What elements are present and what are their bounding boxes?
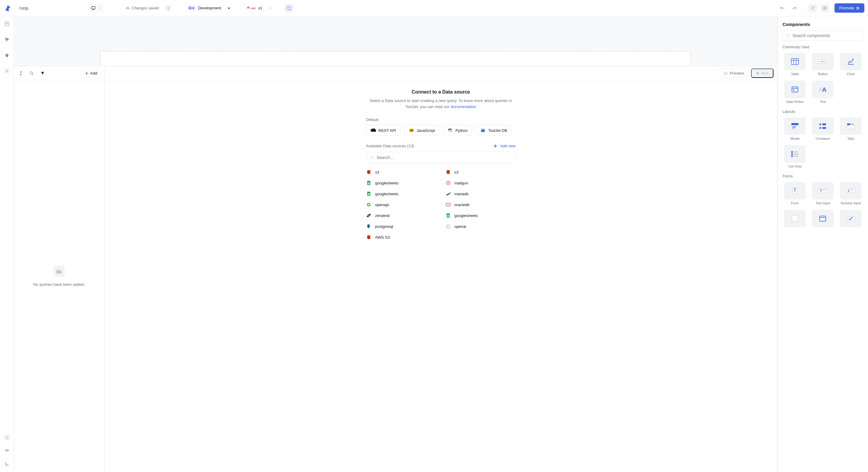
ds-item-s3[interactable]: s3 — [445, 169, 516, 175]
ds-item-postgresql[interactable]: postgresql — [366, 224, 436, 229]
ds-grid: s3s3googlesheetsmailgungooglesheetsmaria… — [366, 169, 516, 240]
component-form[interactable]: Form — [782, 182, 807, 205]
desktop-toggle[interactable] — [90, 5, 97, 11]
svg-line-43 — [788, 36, 789, 37]
filter-icon[interactable] — [39, 69, 46, 77]
add-query-button[interactable]: Add — [81, 69, 101, 77]
save-status: Changes saved — [126, 6, 159, 10]
default-label: Default — [366, 117, 516, 122]
svg-rect-67 — [851, 124, 854, 125]
svg-rect-73 — [794, 156, 798, 157]
svg-point-61 — [819, 124, 821, 125]
component-tabs[interactable]: Tabs — [838, 117, 863, 140]
debugger-icon[interactable] — [4, 52, 10, 59]
version-selector[interactable]: ver v1 — [246, 6, 272, 10]
svg-point-30 — [447, 182, 449, 183]
app-name[interactable]: runjs — [19, 6, 86, 10]
plus-icon — [85, 71, 89, 75]
promote-button[interactable]: Promote — [835, 3, 864, 13]
documentation-link[interactable]: documentation — [451, 104, 476, 109]
mobile-toggle[interactable] — [97, 4, 103, 11]
env-selector[interactable]: Env Development — [188, 6, 231, 10]
logo-icon[interactable] — [4, 4, 12, 12]
pages-icon[interactable] — [4, 21, 10, 27]
component-listview[interactable]: List View — [782, 145, 807, 168]
component-more2[interactable] — [810, 210, 835, 229]
component-more1[interactable] — [782, 210, 807, 229]
svg-line-11 — [5, 55, 6, 55]
svg-point-18 — [30, 71, 33, 74]
components-search[interactable] — [782, 31, 863, 41]
ds-item-mariadb[interactable]: mariadb — [445, 191, 516, 197]
play-icon — [756, 71, 760, 75]
chevron-down-icon — [227, 6, 231, 10]
canvas[interactable] — [14, 16, 777, 66]
ds-item-openapi[interactable]: openapi — [366, 202, 436, 207]
collapse-icon[interactable] — [17, 69, 25, 77]
svg-point-6 — [824, 7, 826, 9]
svg-rect-65 — [847, 125, 855, 129]
ds-default-js[interactable]: JSJavaScript — [404, 125, 439, 136]
svg-point-49 — [821, 61, 822, 62]
add-new-ds-button[interactable]: Add new — [494, 144, 516, 148]
query-editor-toolbar: Preview Run — [104, 66, 777, 80]
component-numberinput[interactable]: 1Number Input — [838, 182, 863, 205]
svg-rect-62 — [823, 124, 826, 125]
ds-item-gsheets[interactable]: googlesheets — [366, 191, 436, 197]
component-textinput[interactable]: TText Input — [810, 182, 835, 205]
svg-rect-70 — [791, 153, 793, 155]
query-panel: Add No queries have been added. Preview — [14, 66, 777, 472]
query-empty-state: No queries have been added. — [14, 80, 104, 472]
user-avatar[interactable]: I — [165, 5, 172, 11]
ds-item-s3[interactable]: s3 — [366, 169, 436, 175]
ds-item-oracledb[interactable]: oracledb — [445, 202, 516, 207]
preview-button[interactable]: Preview — [720, 69, 748, 77]
component-more3[interactable] — [838, 210, 863, 229]
run-button[interactable]: Run — [751, 68, 773, 78]
components-search-field[interactable] — [793, 33, 860, 38]
ds-item-zendesk[interactable]: zendesk — [366, 213, 436, 218]
component-container[interactable]: Container — [810, 117, 835, 140]
share-button[interactable] — [808, 4, 817, 12]
ds-item-openai[interactable]: openai — [445, 224, 516, 229]
redo-button[interactable] — [790, 4, 799, 12]
svg-point-10 — [5, 54, 8, 57]
svg-rect-17 — [5, 449, 9, 452]
ds-item-s3_aws[interactable]: AWS S3 — [366, 235, 436, 240]
components-section-label: Forms — [778, 174, 868, 180]
svg-rect-58 — [791, 123, 799, 125]
components-section-label: Layouts — [778, 109, 868, 115]
chevron-down-icon — [269, 6, 272, 10]
settings-icon[interactable] — [4, 68, 10, 74]
undo-button[interactable] — [778, 4, 786, 12]
svg-rect-37 — [446, 203, 450, 206]
ds-item-mailgun[interactable]: mailgun — [445, 180, 516, 186]
refresh-button[interactable] — [285, 4, 293, 12]
component-text[interactable]: AAText — [810, 80, 835, 103]
ds-default-tooljetdb[interactable]: ToolJet DB — [476, 125, 512, 136]
search-icon — [370, 156, 374, 160]
ds-default-python[interactable]: Python — [443, 125, 472, 136]
inspector-icon[interactable] — [4, 36, 10, 43]
ds-default-restapi[interactable]: REST API — [366, 125, 401, 136]
component-table[interactable]: Table — [782, 53, 807, 76]
svg-line-12 — [8, 55, 9, 55]
ds-item-gsheets[interactable]: googlesheets — [445, 213, 516, 218]
comments-icon[interactable] — [4, 447, 10, 454]
components-panel: Components Commonly UsedTableButtonChart… — [777, 16, 868, 472]
query-editor: Preview Run Connect to a Data source Sel… — [104, 66, 777, 472]
svg-point-14 — [6, 70, 7, 72]
dark-mode-icon[interactable] — [4, 461, 10, 467]
svg-text:1: 1 — [848, 189, 849, 193]
canvas-frame[interactable] — [100, 51, 691, 66]
component-button[interactable]: Button — [810, 53, 835, 76]
preview-app-button[interactable] — [820, 4, 829, 12]
search-icon[interactable] — [28, 69, 36, 77]
search-ds-input[interactable] — [366, 152, 516, 163]
ds-item-gsheets[interactable]: googlesheets — [366, 180, 436, 186]
component-modal[interactable]: Modal — [782, 117, 807, 140]
search-ds-field[interactable] — [377, 155, 512, 160]
component-datepicker[interactable]: Date Picker — [782, 80, 807, 103]
support-icon[interactable] — [4, 434, 10, 441]
component-chart[interactable]: Chart — [838, 53, 863, 76]
